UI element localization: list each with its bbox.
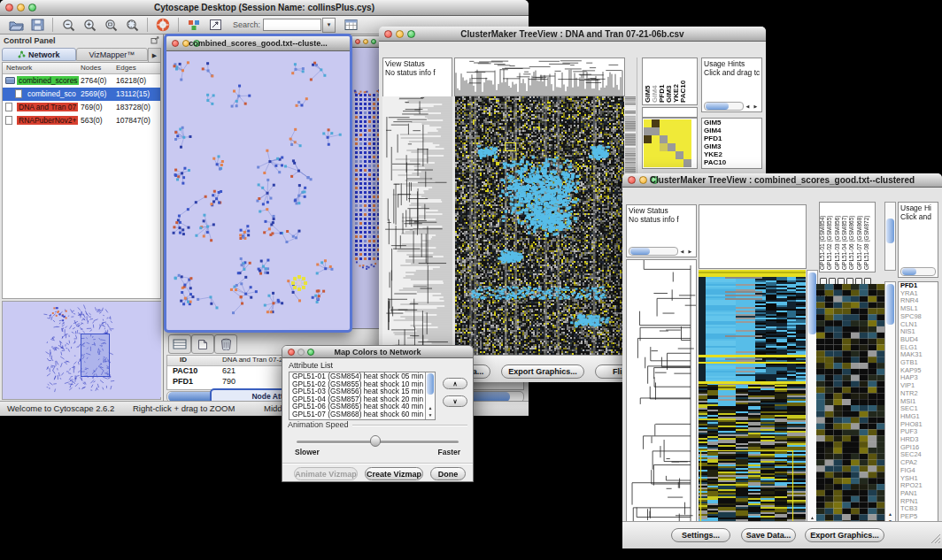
scroll-left-icon[interactable]: ◀ <box>678 249 686 254</box>
main-window-title: Cytoscape Desktop (Session Name: collins… <box>0 3 529 12</box>
done-button[interactable]: Done <box>430 467 466 480</box>
network-canvas[interactable] <box>166 51 344 325</box>
usage-hints-panel: Usage HintsClick and drag tc ◀▶ <box>701 58 762 112</box>
heatmap-column-labels: GPL51-01 (GSM854)GPL51-02 (GSM855)GPL51-… <box>819 202 876 272</box>
speed-slider-thumb[interactable] <box>370 435 381 447</box>
similarity-matrix-canvas[interactable] <box>644 119 691 167</box>
export-graphics-button[interactable]: Export Graphics... <box>805 528 884 542</box>
export-graphics-button[interactable]: Export Graphics... <box>501 364 584 379</box>
usage-hints-scrollbar[interactable] <box>900 267 936 276</box>
main-titlebar[interactable]: Cytoscape Desktop (Session Name: collins… <box>0 0 529 16</box>
network-titlebar[interactable]: combined_scores_good.txt--cluste... <box>166 36 350 51</box>
delete-attribute-button[interactable] <box>214 334 237 354</box>
tab-vizmapper[interactable]: VizMapper™ <box>76 48 149 61</box>
network-list-row[interactable]: combined_sco2569(6)13112(15) <box>3 88 160 101</box>
zoom-out-button[interactable] <box>58 17 79 33</box>
settings-button[interactable]: Settings... <box>671 528 730 542</box>
usage-hints-scrollbar[interactable]: ◀▶ <box>704 102 760 111</box>
view-status-scrollbar[interactable]: ◀▶ <box>629 247 694 256</box>
search-dropdown-button[interactable]: ▼ <box>322 18 336 33</box>
usage-hints-title: Usage Hi <box>900 203 931 212</box>
gene-list-scrollbar[interactable]: ▲ ▼ <box>884 281 896 527</box>
scrollbar-thumb[interactable] <box>427 373 434 395</box>
zoom-selected-button[interactable] <box>121 17 143 33</box>
col-id[interactable]: ID <box>180 356 187 364</box>
float-panel-icon[interactable] <box>151 36 159 46</box>
move-down-button[interactable]: ∨ <box>443 395 467 407</box>
attribute-item[interactable]: GPL51-07 (GSM868) heat shock 60 min <box>290 410 425 418</box>
treeview2-titlebar[interactable]: ClusterMaker TreeView : combined_scores_… <box>622 173 942 188</box>
create-vizmap-button[interactable]: Create Vizmap <box>365 467 423 480</box>
scrollbar-thumb[interactable] <box>886 284 894 325</box>
save-data-button[interactable]: Save Data... <box>741 528 796 542</box>
save-session-button[interactable] <box>27 17 48 33</box>
scrollbar-thumb[interactable] <box>886 219 894 243</box>
matrix-row-label: YKE2 <box>702 150 761 158</box>
row-id: PAC10 <box>173 366 197 375</box>
control-panel-header: Control Panel <box>0 35 163 47</box>
tab-scroll-right-button[interactable]: ▶ <box>148 48 161 63</box>
global-heatmap-canvas[interactable] <box>699 270 806 531</box>
move-up-button[interactable]: ∧ <box>443 378 467 389</box>
treeview2-body: View StatusNo status info f ◀▶ ▲ ▼ GPL51… <box>622 188 942 548</box>
select-attributes-button[interactable] <box>168 334 191 354</box>
network-rows: combined_scores2764(0)16218(0)combined_s… <box>3 74 160 127</box>
treeview2-window: ClusterMaker TreeView : combined_scores_… <box>622 173 942 548</box>
scrollbar-thumb[interactable] <box>808 272 816 334</box>
column-dendrogram-canvas[interactable] <box>454 58 625 96</box>
col-nodes[interactable]: Nodes <box>81 64 101 72</box>
scroll-up-icon[interactable]: ▲ <box>885 511 895 518</box>
network-view-window: combined_scores_good.txt--cluste... <box>164 34 352 333</box>
similarity-matrix-panel[interactable] <box>642 118 698 169</box>
attribute-list-scrollbar[interactable]: ▲ ▼ <box>425 372 435 419</box>
scroll-down-icon[interactable]: ▼ <box>426 412 435 419</box>
tab-network[interactable]: Network <box>2 48 76 61</box>
heatmap-canvas[interactable] <box>455 96 624 365</box>
annotation-button[interactable] <box>205 17 226 33</box>
zoom-in-button[interactable] <box>79 17 100 33</box>
open-file-button[interactable] <box>5 17 27 33</box>
network-name: RNAPuberNov2+ <box>17 116 78 125</box>
lifesaver-icon <box>156 18 170 32</box>
row-value: 790 <box>222 377 236 386</box>
help-button[interactable] <box>152 17 174 33</box>
search-input[interactable] <box>263 19 321 31</box>
attribute-listbox[interactable]: GPL51-01 (GSM854) heat shock 05 minGPL51… <box>289 372 436 420</box>
animation-speed-group: Animation Speed <box>288 420 467 429</box>
heatmap-col-label: GPL51-01 (GSM854) <box>819 216 825 270</box>
network-overview[interactable] <box>2 301 161 400</box>
dialog-divider <box>282 463 473 464</box>
create-attribute-button[interactable] <box>191 334 214 354</box>
status-welcome: Welcome to Cytoscape 2.6.2 <box>7 403 114 413</box>
zoom-button[interactable] <box>371 39 376 44</box>
row-dendrogram-panel[interactable] <box>626 259 697 533</box>
network-edges: 13112(15) <box>116 89 150 98</box>
label-vscrollbar[interactable] <box>884 202 896 271</box>
annotation-icon <box>209 19 222 31</box>
row-dendrogram-canvas[interactable] <box>627 260 696 531</box>
minimize-button[interactable] <box>363 39 368 44</box>
desktop: Cytoscape Desktop (Session Name: collins… <box>0 0 942 560</box>
network-list-row[interactable]: RNAPuberNov2+563(0)107847(0) <box>3 114 160 127</box>
zoom-fit-button[interactable] <box>100 17 121 33</box>
network-list-row[interactable]: combined_scores2764(0)16218(0) <box>3 74 160 88</box>
scroll-right-icon[interactable]: ▶ <box>752 104 760 109</box>
col-network[interactable]: Network <box>6 64 32 72</box>
zoom-heatmap-canvas[interactable] <box>816 284 885 526</box>
tab-vizmapper-label: VizMapper™ <box>89 50 135 59</box>
overview-canvas[interactable] <box>3 302 161 397</box>
search-label: Search: <box>233 20 260 29</box>
resize-grip[interactable] <box>930 532 941 548</box>
attribute-browser-button[interactable] <box>341 17 362 33</box>
col-edges[interactable]: Edges <box>116 64 136 72</box>
close-button[interactable] <box>355 39 360 44</box>
vizmapper-button[interactable] <box>183 17 205 33</box>
scroll-left-icon[interactable]: ◀ <box>744 104 752 109</box>
matrix-row-labels: GIM5GIM4PFD1GIM3YKE2PAC10 <box>701 118 762 169</box>
scroll-right-icon[interactable]: ▶ <box>686 249 694 254</box>
treeview1-titlebar[interactable]: ClusterMaker TreeView : DNA and Tran 07-… <box>379 27 766 42</box>
scroll-up-icon[interactable]: ▲ <box>426 405 435 412</box>
network-list-row[interactable]: DNA and Tran 07769(0)183728(0) <box>3 101 160 114</box>
dialog-titlebar[interactable]: Map Colors to Network <box>282 346 473 358</box>
row-dendrogram-canvas[interactable] <box>382 96 452 365</box>
